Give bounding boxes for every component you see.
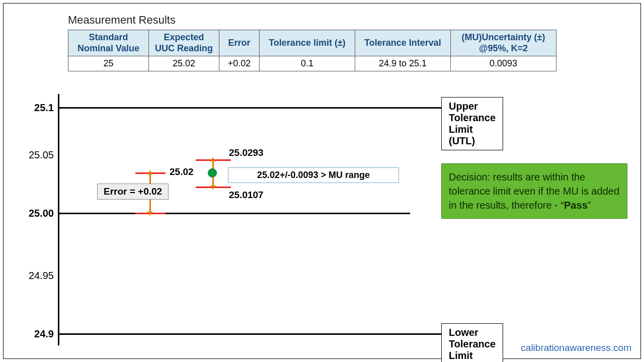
ltl-label: Lower Tolerance Limit (LTL) [441, 323, 503, 362]
page-title: Measurement Results [68, 14, 176, 27]
watermark: calibrationawareness.com [521, 342, 631, 353]
utl-label: Upper Tolerance Limit (UTL) [441, 97, 503, 150]
cell-error: +0.02 [219, 56, 260, 71]
decision-box: Decision: results are within the toleran… [441, 163, 627, 219]
decision-suffix: ” [588, 200, 591, 211]
table-header-row: Standard Nominal Value Expected UUC Read… [68, 30, 556, 56]
tick-25-05: 25.05 [24, 149, 54, 161]
cell-tol-pm: 0.1 [260, 56, 355, 71]
tick-25-00: 25.00 [24, 208, 54, 219]
decision-pass: Pass [564, 200, 588, 211]
col-reading: Expected UUC Reading [149, 30, 219, 56]
document-frame: Measurement Results Standard Nominal Val… [3, 3, 641, 359]
results-table: Standard Nominal Value Expected UUC Read… [68, 30, 556, 71]
table-row: 25 25.02 +0.02 0.1 24.9 to 25.1 0.0093 [68, 56, 556, 71]
col-tol-pm: Tolerance limit (±) [260, 30, 355, 56]
tolerance-chart: 25.1 25.05 25.00 24.95 24.9 Upper Tolera… [24, 89, 436, 350]
mu-lower-label: 25.0107 [229, 190, 264, 201]
ltl-line [58, 333, 460, 335]
col-tol-int: Tolerance Interval [355, 30, 451, 56]
tick-24-9: 24.9 [24, 328, 54, 340]
y-axis [58, 94, 59, 345]
cell-mu: 0.0093 [451, 56, 556, 71]
cell-tol-int: 24.9 to 25.1 [355, 56, 451, 71]
tick-25-1: 25.1 [24, 102, 54, 114]
reading-label: 25.02 [170, 166, 194, 177]
error-value-box: Error = +0.02 [97, 184, 169, 200]
decision-text: Decision: results are within the toleran… [449, 171, 619, 211]
tick-24-95: 24.95 [24, 270, 54, 282]
mu-range-box: 25.02+/-0.0093 > MU range [228, 167, 399, 183]
utl-line [58, 107, 460, 109]
col-error: Error [219, 30, 260, 56]
cell-reading: 25.02 [149, 56, 219, 71]
col-mu: (MU)Uncertainty (±) @95%, K=2 [451, 30, 556, 56]
mu-upper-label: 25.0293 [229, 147, 264, 158]
reading-point-icon [208, 168, 217, 177]
nominal-line [58, 213, 410, 214]
cell-nominal: 25 [68, 56, 149, 71]
col-nominal: Standard Nominal Value [68, 30, 149, 56]
